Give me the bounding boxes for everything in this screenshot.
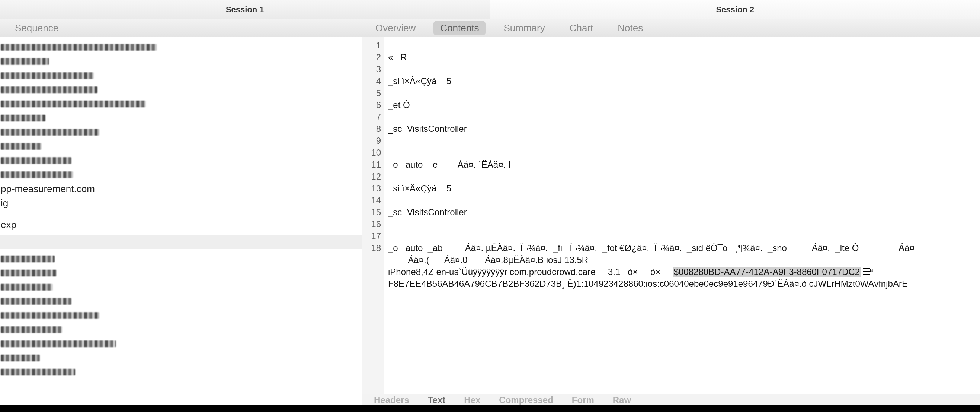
list-item[interactable] xyxy=(0,323,362,337)
list-item[interactable] xyxy=(0,266,362,280)
list-item[interactable] xyxy=(0,351,362,365)
format-tab-hex[interactable]: Hex xyxy=(464,395,480,405)
line-number-gutter: 1 2 3 4 5 6 7 8 9 10 11 12 13 14 15 16 1… xyxy=(362,37,384,394)
bottom-black-strip xyxy=(0,405,980,412)
tab-notes[interactable]: Notes xyxy=(611,21,650,35)
left-tab-sequence[interactable]: Sequence xyxy=(15,22,59,34)
session-tab-2-label: Session 2 xyxy=(716,5,754,14)
format-tab-headers[interactable]: Headers xyxy=(374,395,409,405)
list-item[interactable] xyxy=(0,69,362,83)
list-item[interactable] xyxy=(0,280,362,294)
detail-list[interactable] xyxy=(0,249,362,382)
session-tab-bar: Session 1 Session 2 xyxy=(0,0,980,19)
list-item[interactable] xyxy=(0,294,362,308)
tab-overview[interactable]: Overview xyxy=(369,21,422,35)
list-item-ig[interactable]: ig xyxy=(0,196,362,210)
list-item-blank xyxy=(0,210,362,217)
format-tab-text[interactable]: Text xyxy=(428,395,446,405)
format-tab-form[interactable]: Form xyxy=(572,395,594,405)
list-item[interactable] xyxy=(0,168,362,182)
list-item[interactable] xyxy=(0,83,362,97)
list-item[interactable] xyxy=(0,139,362,153)
list-item-exp[interactable]: exp xyxy=(0,217,362,232)
stripe-icon xyxy=(863,268,870,276)
right-pane: Overview Contents Summary Chart Notes 1 … xyxy=(362,19,980,405)
tab-chart[interactable]: Chart xyxy=(563,21,600,35)
selected-uuid: $008280BD-AA77-412A-A9F3-8860F0717DC2 xyxy=(673,267,861,277)
session-tab-1[interactable]: Session 1 xyxy=(0,0,490,19)
pane-divider[interactable] xyxy=(0,235,362,249)
list-item[interactable] xyxy=(0,337,362,351)
list-item[interactable] xyxy=(0,308,362,323)
list-item[interactable] xyxy=(0,125,362,139)
detail-toolbar: Overview Contents Summary Chart Notes xyxy=(362,19,980,37)
list-item[interactable] xyxy=(0,54,362,69)
list-item[interactable] xyxy=(0,40,362,54)
content-viewer[interactable]: 1 2 3 4 5 6 7 8 9 10 11 12 13 14 15 16 1… xyxy=(362,37,980,394)
session-tab-2[interactable]: Session 2 xyxy=(490,0,980,19)
content-text[interactable]: « R _si ï×Â«Çÿá 5 _et Ô _sc VisitsContro… xyxy=(384,37,980,394)
session-tab-1-label: Session 1 xyxy=(226,5,264,14)
list-item[interactable] xyxy=(0,111,362,125)
format-tab-raw[interactable]: Raw xyxy=(613,395,631,405)
list-item[interactable] xyxy=(0,97,362,111)
list-item-app-measurement[interactable]: pp-measurement.com xyxy=(0,182,362,196)
left-toolbar: Sequence xyxy=(0,19,362,37)
tab-summary[interactable]: Summary xyxy=(497,21,551,35)
left-pane: Sequence pp-measurement.com ig exp xyxy=(0,19,362,405)
format-tab-compressed[interactable]: Compressed xyxy=(499,395,553,405)
format-tab-bar: Headers Text Hex Compressed Form Raw xyxy=(362,394,980,405)
request-list[interactable]: pp-measurement.com ig exp xyxy=(0,37,362,235)
tab-contents[interactable]: Contents xyxy=(433,21,485,35)
list-item[interactable] xyxy=(0,365,362,379)
list-item[interactable] xyxy=(0,252,362,266)
list-item[interactable] xyxy=(0,153,362,168)
